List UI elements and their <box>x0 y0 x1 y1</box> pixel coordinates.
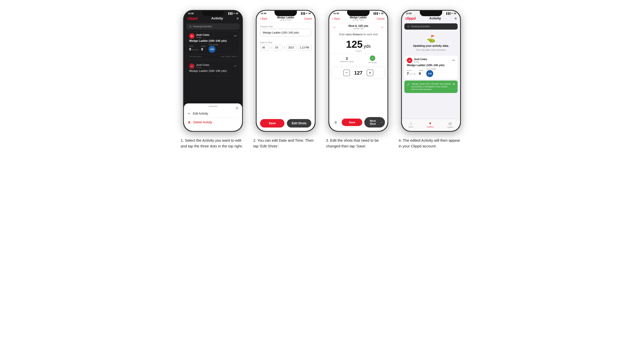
carry-bold: carry distance <box>346 33 362 36</box>
toast-close-button[interactable]: ✕ <box>453 83 455 86</box>
phone-2-buttons: Save Edit Shots <box>260 119 311 128</box>
shots-value-4: 9 <box>419 72 423 76</box>
battery-icon: 38 <box>236 12 238 15</box>
trash-icon: 🗑 <box>188 121 191 124</box>
score-label: Score <box>189 45 198 47</box>
card-date-2: Today <box>196 66 209 69</box>
distance-display: 125 yds <box>329 37 388 50</box>
cancel-button-2[interactable]: Cancel <box>304 17 312 20</box>
activity-card-1[interactable]: JC Josh Coles Today ••• Wedge Ladder (10… <box>186 31 240 60</box>
bottom-nav-4: ⌂ Home ♦ Activities ◎ Capture <box>402 119 460 131</box>
clippd-logo-4: clippd <box>405 16 416 20</box>
shots-label: Shots <box>201 45 206 47</box>
date-time-label: Date & Time <box>260 41 311 44</box>
save-shot-button[interactable]: Save <box>342 119 362 126</box>
card-1-header: JC Josh Coles Today ••• <box>189 33 237 39</box>
difference-value: 2 <box>340 56 354 60</box>
three-dots-menu-2[interactable]: ••• <box>234 64 237 68</box>
capture-nav-item[interactable]: ◎ Capture <box>447 121 454 128</box>
stepper-row: − 127 + <box>332 67 385 79</box>
edit-activity-label: Edit Activity <box>193 112 208 115</box>
menu-icon[interactable]: ≡ <box>237 16 239 20</box>
wifi-icon-4: ▾ <box>452 12 453 15</box>
shots-label-4: Shots <box>419 70 423 71</box>
date-time-section: Date & Time 06 / 03 / 2023 1:13 PM <box>256 39 315 50</box>
signal-icon-2: ▐▐▐ <box>300 12 305 15</box>
check-circle-icon: ✓ <box>407 83 410 86</box>
updating-section: ⛳ Updating your activity data. This may … <box>402 30 460 54</box>
shot-info: Shot 6, 125 yds Score 7/9 <box>348 24 368 30</box>
next-shot-button[interactable]: Next Shot → <box>364 117 385 128</box>
clippd-logo: clippd <box>188 16 198 20</box>
edit-activity-option[interactable]: ✏ Edit Activity <box>188 110 238 117</box>
user-info-2: JC Josh Coles Today <box>189 63 209 69</box>
phone-4: 14:38 ▐▐▐ ▾ 38 clippd Activity ≡ ⊞ Vie <box>401 10 461 132</box>
time-label: 14:38 <box>188 12 194 15</box>
time-label-2: 14:38 <box>260 12 266 15</box>
shot-quality-label-4: Shot Quality <box>426 68 436 70</box>
shot-quality-label: Shot Quality <box>208 44 218 45</box>
distance-value: 125 <box>346 39 362 50</box>
score-group-4: Score 7 OUT OF <box>407 70 416 76</box>
battery-icon-4: 38 <box>454 12 456 15</box>
nav-subtitle-2: 06 Mar 2023 <box>277 19 294 21</box>
phone-1-notch <box>202 11 224 16</box>
delete-activity-option[interactable]: 🗑 Delete Activity <box>188 119 238 126</box>
decrement-button[interactable]: − <box>344 70 350 76</box>
practice-title-section: Practice Title <box>256 23 315 36</box>
day-input[interactable]: 06 <box>260 45 269 50</box>
shots-group: Shots 9 <box>201 45 206 51</box>
phones-row: 14:38 ▐▐▐ ▾ 38 clippd Activity ≡ ⊞ Vie <box>181 10 463 149</box>
status-icons: ▐▐▐ ▾ 38 <box>228 12 238 15</box>
user-name-4: Josh Coles <box>414 58 427 61</box>
card-footer-1: Test Information Data: Clippd Capture <box>189 54 237 57</box>
phone-3-buttons: 🗑 Save Next Shot → <box>332 117 385 128</box>
sheet-divider <box>188 118 238 118</box>
menu-icon-4[interactable]: ≡ <box>455 16 456 20</box>
cancel-button-3[interactable]: Cancel <box>377 17 384 20</box>
next-shot-label: Next Shot <box>366 119 379 125</box>
viewing-banner-4: ⊞ Viewing Activities <box>404 23 458 29</box>
phone-1-screen: 14:38 ▐▐▐ ▾ 38 clippd Activity ≡ ⊞ Vie <box>184 11 242 131</box>
score-value-4: 7 OUT OF <box>407 72 416 76</box>
wifi-icon-2: ▾ <box>306 12 307 15</box>
three-dots-menu-1[interactable]: ••• <box>234 34 237 38</box>
avatar-2: JC <box>189 63 194 69</box>
delete-shot-button[interactable]: 🗑 <box>332 118 340 126</box>
updating-title: Updating your activity data. <box>413 44 449 47</box>
updating-subtitle: This may take a few moments. <box>416 49 446 51</box>
save-button-2[interactable]: Save <box>260 119 284 128</box>
three-dots-menu-4[interactable]: ••• <box>452 59 455 62</box>
phone-1: 14:38 ▐▐▐ ▾ 38 clippd Activity ≡ ⊞ Vie <box>183 10 243 132</box>
time-input[interactable]: 1:13 PM <box>298 45 311 50</box>
home-icon: ⌂ <box>410 121 412 126</box>
practice-title-label: Practice Title <box>260 25 311 28</box>
nav-subtitle-3: 06 Mar 2023 <box>350 19 367 21</box>
prev-shot-button[interactable]: ← <box>333 25 337 29</box>
card-title-2: Wedge Ladder (100–140 yds) <box>189 69 237 72</box>
activity-title: Activity <box>211 16 223 20</box>
hit-target-stat: ✓ Hit Target <box>368 55 377 64</box>
phone-3-screen: 14:39 ▐▐▐ ▾ 38 < Back Wedge Ladder 06 Ma… <box>329 11 388 131</box>
activities-nav-item[interactable]: ♦ Activities <box>427 121 434 128</box>
edit-shots-button[interactable]: Edit Shots <box>287 119 311 128</box>
sheet-handle[interactable] <box>208 106 218 107</box>
back-button-2[interactable]: < Back <box>260 17 267 20</box>
practice-title-input[interactable] <box>260 29 311 36</box>
signal-icon: ▐▐▐ <box>228 12 232 15</box>
sheet-close-button[interactable]: ✕ <box>236 106 239 111</box>
year-input[interactable]: 2023 <box>286 45 296 50</box>
golf-flag-icon: ⛳ <box>427 34 436 43</box>
home-label: Home <box>408 126 413 128</box>
avatar-4: JC <box>407 58 412 63</box>
caption-2: 2. You can edit Date and Time. Then tap … <box>253 138 318 149</box>
date-time-row: 06 / 03 / 2023 1:13 PM <box>260 45 311 50</box>
next-shot-arrow-button[interactable]: → <box>380 25 384 29</box>
shots-value: 9 <box>201 47 206 51</box>
delete-activity-label: Delete Activity <box>193 121 212 124</box>
increment-button[interactable]: + <box>367 70 373 76</box>
home-nav-item[interactable]: ⌂ Home <box>408 121 413 128</box>
back-button-3[interactable]: < Back <box>332 17 340 20</box>
phone-3: 14:39 ▐▐▐ ▾ 38 < Back Wedge Ladder 06 Ma… <box>328 10 388 132</box>
month-input[interactable]: 03 <box>273 45 282 50</box>
